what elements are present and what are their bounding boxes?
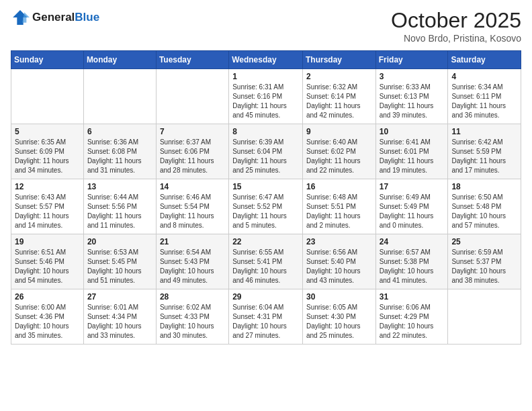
- calendar-cell: 26Sunrise: 6:00 AMSunset: 4:36 PMDayligh…: [11, 289, 84, 345]
- day-info: Sunrise: 6:32 AMSunset: 6:14 PMDaylight:…: [306, 83, 372, 120]
- day-info: Sunrise: 6:50 AMSunset: 5:48 PMDaylight:…: [451, 193, 517, 230]
- day-info: Sunrise: 6:06 AMSunset: 4:29 PMDaylight:…: [380, 303, 445, 340]
- col-tuesday: Tuesday: [156, 51, 228, 69]
- day-number: 28: [160, 292, 225, 302]
- calendar-week-4: 19Sunrise: 6:51 AMSunset: 5:46 PMDayligh…: [11, 234, 521, 289]
- calendar-cell: [11, 69, 84, 124]
- day-number: 29: [232, 292, 299, 302]
- calendar-cell: [448, 289, 521, 345]
- day-info: Sunrise: 6:53 AMSunset: 5:45 PMDaylight:…: [87, 248, 152, 285]
- day-number: 23: [306, 237, 372, 246]
- calendar-cell: 12Sunrise: 6:43 AMSunset: 5:57 PMDayligh…: [11, 179, 84, 234]
- calendar-cell: 30Sunrise: 6:05 AMSunset: 4:30 PMDayligh…: [302, 289, 375, 345]
- calendar-cell: 3Sunrise: 6:33 AMSunset: 6:13 PMDaylight…: [375, 69, 448, 124]
- logo: GeneralBlue: [11, 8, 99, 27]
- page-header: GeneralBlue October 2025 Novo Brdo, Pris…: [11, 8, 521, 44]
- calendar-cell: 31Sunrise: 6:06 AMSunset: 4:29 PMDayligh…: [375, 289, 448, 345]
- day-info: Sunrise: 6:43 AMSunset: 5:57 PMDaylight:…: [15, 193, 80, 230]
- day-info: Sunrise: 6:44 AMSunset: 5:56 PMDaylight:…: [87, 193, 152, 230]
- day-info: Sunrise: 6:00 AMSunset: 4:36 PMDaylight:…: [15, 303, 80, 340]
- day-number: 18: [451, 182, 517, 191]
- day-number: 22: [232, 237, 299, 246]
- calendar-week-1: 1Sunrise: 6:31 AMSunset: 6:16 PMDaylight…: [11, 69, 521, 124]
- day-number: 1: [232, 72, 299, 81]
- page-container: GeneralBlue October 2025 Novo Brdo, Pris…: [0, 0, 532, 350]
- calendar-cell: 4Sunrise: 6:34 AMSunset: 6:11 PMDaylight…: [448, 69, 521, 124]
- calendar-cell: 22Sunrise: 6:55 AMSunset: 5:41 PMDayligh…: [229, 234, 303, 289]
- calendar-cell: 19Sunrise: 6:51 AMSunset: 5:46 PMDayligh…: [11, 234, 84, 289]
- day-info: Sunrise: 6:48 AMSunset: 5:51 PMDaylight:…: [306, 193, 372, 230]
- day-number: 19: [15, 237, 80, 246]
- calendar-cell: 8Sunrise: 6:39 AMSunset: 6:04 PMDaylight…: [229, 124, 303, 179]
- col-friday: Friday: [375, 51, 448, 69]
- calendar-header-row: Sunday Monday Tuesday Wednesday Thursday…: [11, 51, 521, 69]
- day-number: 13: [87, 182, 152, 191]
- day-info: Sunrise: 6:46 AMSunset: 5:54 PMDaylight:…: [160, 193, 225, 230]
- day-number: 9: [306, 127, 372, 136]
- day-info: Sunrise: 6:02 AMSunset: 4:33 PMDaylight:…: [160, 303, 225, 340]
- calendar-cell: 10Sunrise: 6:41 AMSunset: 6:01 PMDayligh…: [375, 124, 448, 179]
- calendar-cell: 15Sunrise: 6:47 AMSunset: 5:52 PMDayligh…: [229, 179, 303, 234]
- calendar-cell: 1Sunrise: 6:31 AMSunset: 6:16 PMDaylight…: [229, 69, 303, 124]
- day-info: Sunrise: 6:47 AMSunset: 5:52 PMDaylight:…: [232, 193, 299, 230]
- calendar-cell: 25Sunrise: 6:59 AMSunset: 5:37 PMDayligh…: [448, 234, 521, 289]
- day-number: 10: [380, 127, 445, 136]
- calendar-cell: [156, 69, 228, 124]
- day-info: Sunrise: 6:55 AMSunset: 5:41 PMDaylight:…: [232, 248, 299, 285]
- calendar-cell: 5Sunrise: 6:35 AMSunset: 6:09 PMDaylight…: [11, 124, 84, 179]
- calendar-cell: 6Sunrise: 6:36 AMSunset: 6:08 PMDaylight…: [83, 124, 156, 179]
- day-number: 12: [15, 182, 80, 191]
- day-info: Sunrise: 6:42 AMSunset: 5:59 PMDaylight:…: [451, 138, 517, 175]
- day-number: 3: [380, 72, 445, 81]
- day-number: 4: [451, 72, 517, 81]
- day-info: Sunrise: 6:54 AMSunset: 5:43 PMDaylight:…: [160, 248, 225, 285]
- day-info: Sunrise: 6:34 AMSunset: 6:11 PMDaylight:…: [451, 83, 517, 120]
- calendar-cell: 20Sunrise: 6:53 AMSunset: 5:45 PMDayligh…: [83, 234, 156, 289]
- calendar-cell: 24Sunrise: 6:57 AMSunset: 5:38 PMDayligh…: [375, 234, 448, 289]
- day-info: Sunrise: 6:49 AMSunset: 5:49 PMDaylight:…: [380, 193, 445, 230]
- day-info: Sunrise: 6:01 AMSunset: 4:34 PMDaylight:…: [87, 303, 152, 340]
- day-number: 6: [87, 127, 152, 136]
- calendar-table: Sunday Monday Tuesday Wednesday Thursday…: [11, 50, 521, 345]
- day-number: 17: [380, 182, 445, 191]
- day-info: Sunrise: 6:05 AMSunset: 4:30 PMDaylight:…: [306, 303, 372, 340]
- day-number: 16: [306, 182, 372, 191]
- calendar-week-3: 12Sunrise: 6:43 AMSunset: 5:57 PMDayligh…: [11, 179, 521, 234]
- day-info: Sunrise: 6:33 AMSunset: 6:13 PMDaylight:…: [380, 83, 445, 120]
- day-info: Sunrise: 6:37 AMSunset: 6:06 PMDaylight:…: [160, 138, 225, 175]
- calendar-cell: 18Sunrise: 6:50 AMSunset: 5:48 PMDayligh…: [448, 179, 521, 234]
- calendar-cell: 14Sunrise: 6:46 AMSunset: 5:54 PMDayligh…: [156, 179, 228, 234]
- calendar-cell: 9Sunrise: 6:40 AMSunset: 6:02 PMDaylight…: [302, 124, 375, 179]
- col-sunday: Sunday: [11, 51, 84, 69]
- calendar-cell: [83, 69, 156, 124]
- day-number: 27: [87, 292, 152, 302]
- day-number: 14: [160, 182, 225, 191]
- col-thursday: Thursday: [302, 51, 375, 69]
- day-number: 11: [451, 127, 517, 136]
- day-number: 26: [15, 292, 80, 302]
- calendar-cell: 2Sunrise: 6:32 AMSunset: 6:14 PMDaylight…: [302, 69, 375, 124]
- calendar-cell: 13Sunrise: 6:44 AMSunset: 5:56 PMDayligh…: [83, 179, 156, 234]
- month-title: October 2025: [391, 8, 521, 33]
- day-info: Sunrise: 6:35 AMSunset: 6:09 PMDaylight:…: [15, 138, 80, 175]
- day-number: 25: [451, 237, 517, 246]
- calendar-cell: 29Sunrise: 6:04 AMSunset: 4:31 PMDayligh…: [229, 289, 303, 345]
- calendar-cell: 23Sunrise: 6:56 AMSunset: 5:40 PMDayligh…: [302, 234, 375, 289]
- day-info: Sunrise: 6:57 AMSunset: 5:38 PMDaylight:…: [380, 248, 445, 285]
- calendar-cell: 28Sunrise: 6:02 AMSunset: 4:33 PMDayligh…: [156, 289, 228, 345]
- day-number: 8: [232, 127, 299, 136]
- day-number: 15: [232, 182, 299, 191]
- day-info: Sunrise: 6:31 AMSunset: 6:16 PMDaylight:…: [232, 83, 299, 120]
- calendar-week-2: 5Sunrise: 6:35 AMSunset: 6:09 PMDaylight…: [11, 124, 521, 179]
- col-saturday: Saturday: [448, 51, 521, 69]
- day-info: Sunrise: 6:36 AMSunset: 6:08 PMDaylight:…: [87, 138, 152, 175]
- day-info: Sunrise: 6:04 AMSunset: 4:31 PMDaylight:…: [232, 303, 299, 340]
- col-wednesday: Wednesday: [229, 51, 303, 69]
- day-number: 21: [160, 237, 225, 246]
- day-number: 30: [306, 292, 372, 302]
- day-info: Sunrise: 6:56 AMSunset: 5:40 PMDaylight:…: [306, 248, 372, 285]
- calendar-cell: 7Sunrise: 6:37 AMSunset: 6:06 PMDaylight…: [156, 124, 228, 179]
- day-number: 2: [306, 72, 372, 81]
- logo-icon: [11, 8, 30, 27]
- day-number: 20: [87, 237, 152, 246]
